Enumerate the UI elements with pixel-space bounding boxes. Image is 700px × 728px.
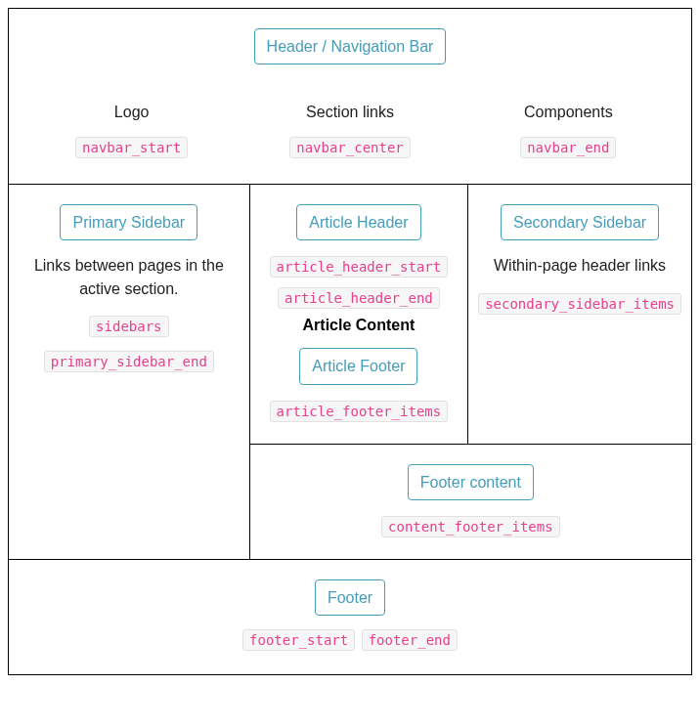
primary-sidebar-region: Primary Sidebar Links between pages in t… xyxy=(9,184,250,559)
header-col-components: Components navbar_end xyxy=(459,104,678,160)
code-footer-start: footer_start xyxy=(242,629,355,651)
code-navbar-end: navbar_end xyxy=(520,137,616,158)
code-article-footer-items: article_footer_items xyxy=(270,401,449,422)
header-col-logo: Logo navbar_start xyxy=(22,104,241,160)
header-columns: Logo navbar_start Section links navbar_c… xyxy=(22,104,678,160)
code-primary-sidebar-end: primary_sidebar_end xyxy=(44,351,214,372)
article-region: Article Header article_header_start arti… xyxy=(250,184,468,443)
header-col-section-links: Section links navbar_center xyxy=(241,104,459,160)
article-footer-title-box: Article Footer xyxy=(299,348,417,384)
primary-sidebar-desc: Links between pages in the active sectio… xyxy=(19,254,240,299)
code-navbar-start: navbar_start xyxy=(75,137,188,158)
content-footer-title-box: Footer content xyxy=(408,464,534,500)
article-header-title-box: Article Header xyxy=(296,204,420,240)
secondary-sidebar-desc: Within-page header links xyxy=(478,254,681,277)
layout-diagram: Header / Navigation Bar Logo navbar_star… xyxy=(8,8,692,675)
header-col-label: Components xyxy=(459,104,678,121)
header-title-box: Header / Navigation Bar xyxy=(254,28,447,64)
secondary-sidebar-region: Secondary Sidebar Within-page header lin… xyxy=(468,184,691,443)
code-navbar-center: navbar_center xyxy=(289,137,411,158)
code-sidebars: sidebars xyxy=(89,316,168,337)
code-footer-end: footer_end xyxy=(362,629,458,651)
header-region: Header / Navigation Bar Logo navbar_star… xyxy=(9,9,691,184)
content-footer-region: Footer content content_footer_items xyxy=(250,444,691,559)
center-stack: Article Header article_header_start arti… xyxy=(250,184,691,559)
footer-region: Footer footer_start footer_end xyxy=(9,559,691,674)
article-content-title: Article Content xyxy=(260,317,458,334)
footer-title-box: Footer xyxy=(315,579,385,616)
code-article-header-end: article_header_end xyxy=(278,287,440,309)
middle-row: Primary Sidebar Links between pages in t… xyxy=(9,184,691,559)
code-article-header-start: article_header_start xyxy=(270,256,449,278)
code-secondary-sidebar-items: secondary_sidebar_items xyxy=(478,293,681,315)
header-col-label: Logo xyxy=(22,104,241,121)
secondary-sidebar-title-box: Secondary Sidebar xyxy=(501,204,659,240)
primary-sidebar-title-box: Primary Sidebar xyxy=(60,204,197,240)
header-col-label: Section links xyxy=(241,104,459,121)
code-content-footer-items: content_footer_items xyxy=(381,516,560,537)
